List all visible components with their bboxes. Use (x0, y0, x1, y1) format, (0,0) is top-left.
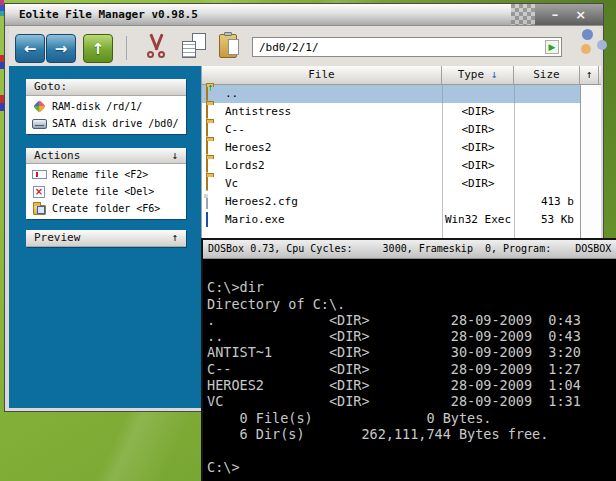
terminal-line: 0 File(s) 0 Bytes. (207, 410, 616, 426)
action-label: Rename file <F2> (52, 169, 148, 180)
terminal-line: Directory of C:\. (207, 296, 616, 312)
file-row[interactable]: Lords2 <DIR> (202, 157, 580, 175)
back-button[interactable]: ← (15, 34, 45, 63)
address-bar[interactable]: /bd0/2/1/ ▶ (252, 37, 562, 57)
sidebar-item-sata-drive[interactable]: SATA disk drive /bd0/ (26, 115, 186, 132)
action-label: Create folder <F6> (52, 203, 160, 214)
file-row[interactable]: Vc <DIR> (202, 175, 580, 193)
column-header-type[interactable]: Type ↓ (442, 66, 514, 85)
folder-icon (206, 176, 208, 191)
goto-title: Goto: (34, 79, 67, 95)
right-arrow-icon: → (55, 40, 68, 58)
sidebar-item-label: SATA disk drive /bd0/ (52, 118, 178, 129)
copy-button[interactable] (181, 33, 207, 59)
action-label: Delete file <Del> (52, 186, 154, 197)
cut-button[interactable] (144, 32, 168, 59)
terminal-line: C:\> (207, 459, 616, 475)
new-folder-icon (33, 205, 46, 215)
close-button[interactable]: × (575, 4, 586, 25)
window-controls: – × (535, 4, 603, 25)
window-title: Eolite File Manager v0.98.5 (19, 8, 198, 21)
go-arrow-icon: ▶ (549, 43, 556, 52)
file-rows: .. Antistress <DIR> C-- <DIR> (202, 85, 580, 229)
goto-panel: Goto: RAM-disk /rd/1/ SATA disk drive /b… (26, 79, 186, 134)
action-rename-file[interactable]: Rename file <F2> (26, 166, 186, 183)
expand-arrow-icon[interactable]: ↑ (171, 230, 178, 246)
toolbar: ← → ↑ /bd0/2/1/ ▶ (9, 26, 601, 66)
address-text: /bd0/2/1/ (259, 41, 319, 54)
terminal-line: C-- <DIR> 28-09-2009 1:27 (207, 361, 616, 377)
sidebar-item-label: RAM-disk /rd/1/ (52, 101, 142, 112)
terminal-line: ANTIST~1 <DIR> 30-09-2009 3:20 (207, 344, 616, 360)
terminal-line: C:\>dir (207, 279, 616, 295)
collapse-arrow-icon[interactable]: ↓ (171, 148, 178, 163)
terminal-line: . <DIR> 28-09-2009 0:43 (207, 312, 616, 328)
terminal-line (207, 442, 616, 458)
preview-title: Preview (34, 230, 80, 246)
eolite-logo-dot (581, 44, 591, 54)
desktop: Eolite File Manager v0.98.5 – × ← → ↑ (0, 0, 616, 481)
file-row[interactable]: C-- <DIR> (202, 121, 580, 139)
toolbar-separator (126, 36, 127, 60)
actions-panel-header[interactable]: Actions ↓ (26, 148, 186, 164)
dosbox-window: DOSBox 0.73, Cpu Cycles: 3000, Frameskip… (201, 238, 616, 481)
file-icon (206, 194, 208, 209)
file-row-parent-dir[interactable]: .. (202, 85, 580, 103)
column-header-size[interactable]: Size (514, 66, 580, 85)
up-button[interactable]: ↑ (83, 34, 113, 63)
up-arrow-icon: ↑ (92, 40, 105, 58)
file-list-header: File Type ↓ Size ↑ (202, 66, 601, 85)
folder-icon (206, 140, 208, 155)
delete-icon: × (33, 186, 45, 198)
actions-panel: Actions ↓ Rename file <F2> × Delete file… (26, 148, 186, 219)
titlebar-pattern (511, 4, 535, 25)
file-row[interactable]: Heroes2.cfg 413 b (202, 193, 580, 211)
dosbox-terminal[interactable]: C:\>dir Directory of C:\. . <DIR> 28-09-… (203, 260, 616, 481)
terminal-line (207, 263, 616, 279)
minimize-button[interactable]: – (552, 4, 559, 25)
folder-icon (206, 104, 208, 119)
eolite-titlebar[interactable]: Eolite File Manager v0.98.5 – × (5, 4, 603, 26)
terminal-line: .. <DIR> 28-09-2009 0:43 (207, 328, 616, 344)
disk-drive-icon (32, 119, 47, 129)
folder-icon (206, 158, 208, 173)
goto-panel-header: Goto: (26, 79, 186, 96)
file-row[interactable]: Heroes2 <DIR> (202, 139, 580, 157)
actions-panel-body: Rename file <F2> × Delete file <Del> Cre… (26, 164, 186, 219)
preview-panel-header[interactable]: Preview ↑ (26, 230, 186, 247)
action-create-folder[interactable]: Create folder <F6> (26, 200, 186, 217)
paste-icon (224, 32, 232, 36)
left-arrow-icon: ← (24, 40, 37, 58)
terminal-line: VC <DIR> 28-09-2009 1:31 (207, 393, 616, 409)
terminal-line: 6 Dir(s) 262,111,744 Bytes free. (207, 426, 616, 442)
sidebar-item-ram-disk[interactable]: RAM-disk /rd/1/ (26, 98, 186, 115)
eolite-logo-dot (597, 40, 607, 50)
eolite-logo-dot (582, 29, 593, 40)
scroll-up-icon: ↑ (586, 68, 593, 81)
file-row[interactable]: Antistress <DIR> (202, 103, 580, 121)
goto-panel-body: RAM-disk /rd/1/ SATA disk drive /bd0/ (26, 96, 186, 134)
sort-down-icon: ↓ (491, 68, 498, 81)
executable-icon (206, 212, 208, 227)
column-header-file[interactable]: File (202, 66, 442, 85)
terminal-line: HEROES2 <DIR> 28-09-2009 1:04 (207, 377, 616, 393)
go-button[interactable]: ▶ (545, 40, 559, 54)
folder-up-icon (206, 86, 208, 101)
actions-title: Actions (34, 148, 80, 163)
paste-button[interactable] (219, 34, 237, 58)
action-delete-file[interactable]: × Delete file <Del> (26, 183, 186, 200)
file-row[interactable]: Mario.exe Win32 Exec 53 Kb (202, 211, 580, 229)
ram-disk-icon (33, 100, 46, 113)
preview-panel: Preview ↑ (26, 230, 186, 247)
sidebar: Goto: RAM-disk /rd/1/ SATA disk drive /b… (9, 66, 201, 408)
dosbox-titlebar[interactable]: DOSBox 0.73, Cpu Cycles: 3000, Frameskip… (203, 240, 616, 259)
folder-icon (206, 122, 208, 137)
rename-icon (32, 170, 47, 179)
scroll-up-button[interactable]: ↑ (580, 66, 599, 85)
forward-button[interactable]: → (46, 34, 76, 63)
